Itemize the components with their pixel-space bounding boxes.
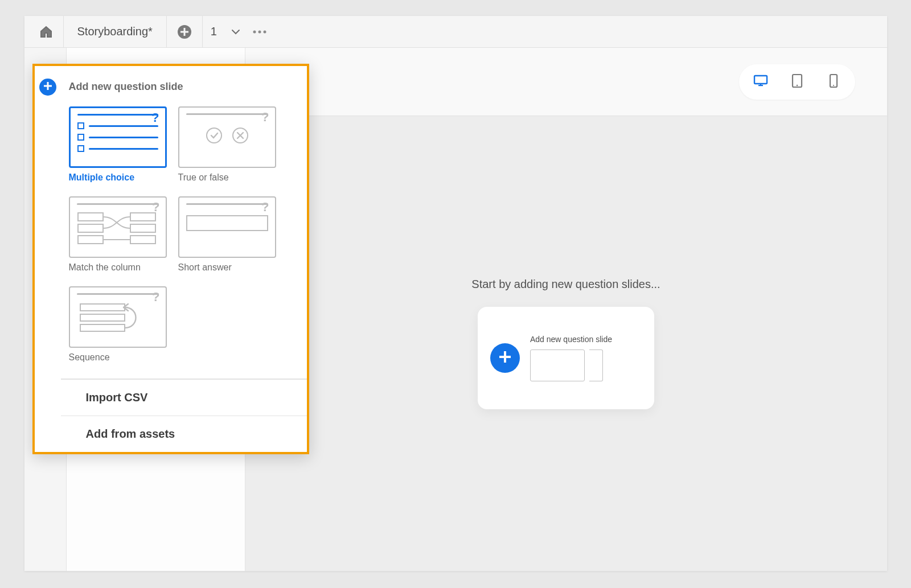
question-option-short-answer[interactable]: ? Short answer xyxy=(178,196,276,273)
question-option-sequence[interactable]: ? Sequence xyxy=(69,286,167,363)
svg-point-4 xyxy=(258,30,261,33)
question-thumb-icon: ? xyxy=(69,286,167,348)
popover-title: Add new question slide xyxy=(61,66,307,96)
popover-actions: Import CSV Add from assets xyxy=(61,379,307,452)
device-desktop-button[interactable] xyxy=(750,72,771,92)
page-number[interactable]: 1 xyxy=(203,16,225,47)
mini-thumbs xyxy=(530,349,642,381)
question-mark-icon: ? xyxy=(261,200,269,215)
question-thumb-icon: ? xyxy=(69,196,167,258)
plus-icon xyxy=(43,81,53,93)
question-option-label: Sequence xyxy=(69,352,167,363)
mini-panel: Add new question slide xyxy=(530,335,642,381)
question-option-true-false[interactable]: ? True or false xyxy=(178,106,276,183)
phone-icon xyxy=(828,73,839,91)
more-menu[interactable] xyxy=(247,16,273,47)
question-option-multiple-choice[interactable]: ? Multiple choice xyxy=(69,106,167,183)
home-button[interactable] xyxy=(29,16,64,47)
question-mark-icon: ? xyxy=(152,290,159,305)
project-title[interactable]: Storyboarding* xyxy=(64,16,167,47)
svg-rect-25 xyxy=(80,324,125,331)
question-option-match-column[interactable]: ? xyxy=(69,196,167,273)
add-from-assets-button[interactable]: Add from assets xyxy=(61,416,307,452)
question-option-label: Short answer xyxy=(178,262,276,273)
plus-icon xyxy=(497,349,513,367)
svg-point-12 xyxy=(832,84,834,85)
popover-plus-button[interactable] xyxy=(39,79,56,96)
question-thumb-icon: ? xyxy=(69,106,167,168)
add-question-slide-button[interactable] xyxy=(490,343,520,373)
svg-rect-19 xyxy=(78,224,103,232)
popover-rail xyxy=(35,66,61,452)
import-csv-button[interactable]: Import CSV xyxy=(61,379,307,416)
svg-rect-18 xyxy=(130,213,155,221)
popover-content: Add new question slide ? Multiple choice xyxy=(61,66,307,452)
svg-point-10 xyxy=(796,84,798,86)
chevron-down-icon xyxy=(231,27,241,37)
question-mark-icon: ? xyxy=(261,110,269,125)
plus-circle-icon xyxy=(177,24,192,39)
svg-rect-16 xyxy=(44,85,52,87)
mini-thumb xyxy=(530,349,585,381)
svg-rect-21 xyxy=(78,236,103,244)
svg-rect-17 xyxy=(78,213,103,221)
empty-state-message: Start by adding new question slides... xyxy=(471,278,660,291)
question-option-label: Match the column xyxy=(69,262,167,273)
mini-thumb xyxy=(589,349,603,381)
mini-panel-title: Add new question slide xyxy=(530,335,642,344)
add-question-popover: Add new question slide ? Multiple choice xyxy=(32,64,309,454)
svg-rect-2 xyxy=(183,28,185,36)
add-button[interactable] xyxy=(167,16,203,47)
device-phone-button[interactable] xyxy=(823,72,844,92)
question-thumb-icon: ? xyxy=(178,196,276,258)
svg-point-5 xyxy=(263,30,266,33)
svg-rect-8 xyxy=(760,84,761,85)
question-type-grid: ? Multiple choice ? xyxy=(61,96,307,379)
app-shell: Storyboarding* 1 xyxy=(24,16,887,571)
check-circle-icon xyxy=(206,128,222,143)
question-mark-icon: ? xyxy=(151,110,159,125)
svg-rect-6 xyxy=(754,76,767,84)
topbar: Storyboarding* 1 xyxy=(24,16,887,48)
question-option-label: Multiple choice xyxy=(69,172,167,183)
question-mark-icon: ? xyxy=(152,200,159,215)
svg-point-3 xyxy=(253,30,256,33)
svg-rect-22 xyxy=(130,236,155,244)
canvas-header xyxy=(245,48,887,116)
device-switch xyxy=(739,64,855,100)
question-option-label: True or false xyxy=(178,172,276,183)
tablet-icon xyxy=(791,73,803,91)
viewport: Storyboarding* 1 xyxy=(0,0,911,588)
dots-horizontal-icon xyxy=(252,30,267,34)
home-icon xyxy=(39,25,53,39)
page-dropdown[interactable] xyxy=(225,16,247,47)
svg-rect-24 xyxy=(80,314,125,321)
canvas-body: Start by adding new question slides... xyxy=(245,116,887,571)
svg-rect-23 xyxy=(80,304,125,311)
desktop-icon xyxy=(753,73,769,91)
device-tablet-button[interactable] xyxy=(787,72,807,92)
svg-rect-20 xyxy=(130,224,155,232)
question-thumb-icon: ? xyxy=(178,106,276,168)
empty-state-card: Add new question slide xyxy=(478,307,654,409)
canvas-area: Start by adding new question slides... xyxy=(245,48,887,571)
svg-rect-14 xyxy=(499,356,511,358)
x-circle-icon xyxy=(232,128,248,143)
